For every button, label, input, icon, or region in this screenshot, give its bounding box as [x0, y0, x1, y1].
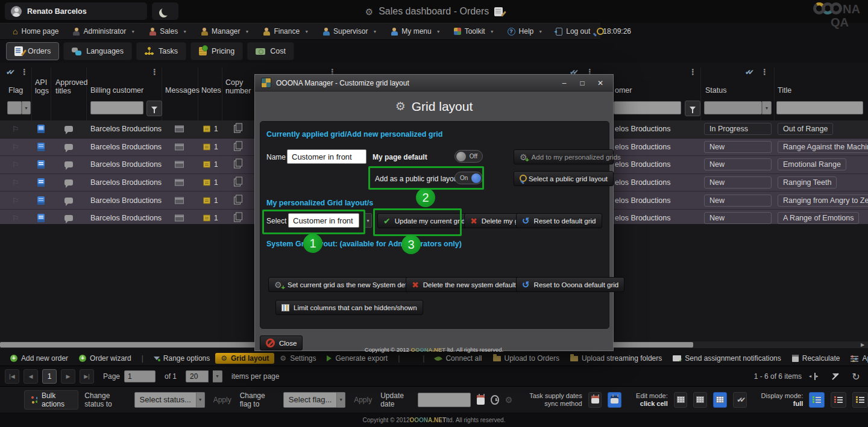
grid-detail-icon[interactable] — [175, 161, 184, 168]
message-icon[interactable] — [64, 179, 73, 185]
range-options-button[interactable]: Range options — [148, 353, 215, 364]
add-to-personalized-grids-button[interactable]: ⚙ Add to my personalized grids — [514, 149, 614, 164]
next-page-button[interactable]: ▶ — [61, 369, 75, 384]
note-icon[interactable] — [203, 197, 210, 204]
column-header-messages[interactable]: Messages — [165, 86, 200, 95]
edit-mode-confirm-button[interactable] — [733, 392, 747, 408]
display-mode-full-button[interactable] — [809, 392, 825, 408]
current-page-button[interactable]: 1 — [42, 369, 57, 384]
recalculate-button[interactable]: Recalculate — [787, 353, 846, 364]
menu-finance[interactable]: Finance▼ — [256, 23, 315, 39]
title-cell[interactable]: Out of Range — [778, 123, 833, 135]
title-cell[interactable]: Range Against the Machine — [778, 141, 868, 153]
display-mode-mixed-button[interactable] — [852, 392, 868, 408]
grid-detail-icon[interactable] — [175, 143, 184, 150]
sync-method-calendar-button[interactable] — [588, 392, 602, 408]
edit-mode-cell-button[interactable] — [713, 392, 727, 408]
note-icon[interactable] — [203, 161, 210, 168]
personalized-grid-dropdown[interactable]: ▼ — [364, 213, 372, 228]
column-header-status[interactable]: Status — [705, 86, 726, 95]
upload-streaming-folders-button[interactable]: Upload streaming folders — [565, 353, 667, 364]
upload-to-orders-button[interactable]: Upload to Orders — [488, 353, 565, 364]
flag-icon[interactable]: ⚐ — [12, 214, 19, 223]
title-filter-input[interactable] — [776, 101, 863, 114]
page-size-dropdown[interactable]: ▼ — [213, 370, 222, 382]
filter-icon-button[interactable] — [146, 101, 162, 116]
status-cell[interactable]: New — [704, 212, 772, 224]
gear-icon[interactable]: ⚙ — [365, 7, 373, 16]
column-menu-icon[interactable] — [689, 67, 697, 76]
select-all-icon[interactable] — [6, 67, 12, 76]
message-icon[interactable] — [64, 161, 73, 167]
tab-tasks[interactable]: Tasks — [136, 42, 186, 60]
grid-detail-icon[interactable] — [175, 126, 184, 132]
flag-select-dropdown[interactable]: ▼ — [337, 392, 345, 408]
title-cell[interactable]: Ranging Teeth — [778, 176, 837, 189]
generate-export-button[interactable]: Generate export — [321, 353, 393, 364]
message-icon[interactable] — [64, 144, 73, 150]
reset-to-ooona-default-button[interactable]: ↺ Reset to Ooona default grid — [516, 277, 624, 292]
clock-icon[interactable] — [491, 395, 499, 405]
flag-icon[interactable]: ⚐ — [12, 142, 19, 151]
api-log-icon[interactable] — [37, 214, 45, 222]
message-icon[interactable] — [64, 198, 73, 204]
column-header-api-logs[interactable]: API logs — [35, 78, 53, 95]
last-page-button[interactable]: ▶| — [80, 369, 94, 384]
select-public-grid-layout-button[interactable]: Select a public grid layout — [514, 171, 614, 186]
menu-help[interactable]: ?Help▼ — [501, 23, 550, 39]
copy-icon[interactable] — [234, 143, 241, 151]
note-icon[interactable] — [203, 215, 210, 222]
display-mode-compact-button[interactable] — [831, 392, 846, 408]
tab-languages[interactable]: Languages — [63, 42, 132, 60]
filter-icon-button[interactable] — [685, 101, 700, 116]
column-header-billing-customer[interactable]: Billing customer — [90, 86, 143, 95]
status-cell[interactable]: In Progress — [704, 123, 772, 135]
close-icon[interactable]: ✕ — [594, 79, 607, 87]
add-new-order-button[interactable]: +Add new order — [5, 353, 74, 364]
menu-my-menu[interactable]: My menu▼ — [383, 23, 447, 39]
menu-log-out[interactable]: Log out — [549, 23, 597, 39]
status-filter-value[interactable] — [704, 101, 762, 114]
fit-columns-button[interactable] — [808, 369, 822, 384]
grid-detail-icon[interactable] — [175, 179, 184, 186]
my-page-default-toggle[interactable]: Off — [454, 150, 483, 163]
customer-filter-input[interactable] — [614, 101, 681, 114]
menu-manager[interactable]: Manager▼ — [193, 23, 256, 39]
clear-filters-button[interactable] — [828, 369, 843, 384]
scroll-right-arrow[interactable]: ▶ — [858, 341, 867, 348]
maximize-button[interactable]: □ — [576, 79, 589, 87]
menu-home[interactable]: ⌂Home page — [6, 23, 66, 39]
tab-pricing[interactable]: Pricing — [190, 42, 243, 60]
apply-flag-button[interactable]: Apply — [354, 396, 372, 404]
grid-layout-button[interactable]: ⚙Grid layout — [215, 353, 274, 364]
note-icon[interactable] — [203, 143, 210, 150]
note-icon[interactable] — [203, 126, 210, 132]
column-header-copy-number[interactable]: Copy number — [225, 78, 257, 95]
edit-mode-grid-button[interactable] — [674, 392, 688, 408]
title-cell[interactable]: A Range of Emotions — [778, 212, 859, 224]
api-log-icon[interactable] — [37, 196, 45, 205]
settings-button[interactable]: ⚙Settings — [274, 353, 321, 364]
message-icon[interactable] — [64, 126, 73, 132]
minimize-button[interactable]: – — [558, 79, 571, 87]
status-cell[interactable]: New — [704, 176, 772, 189]
sync-method-calendar-blue-button[interactable] — [608, 392, 621, 408]
flag-icon[interactable]: ⚐ — [12, 196, 19, 205]
update-date-input[interactable] — [418, 393, 471, 407]
bulk-actions-button[interactable]: Bulk actions — [24, 390, 78, 410]
copy-icon[interactable] — [234, 179, 241, 187]
refresh-button[interactable]: ↻ — [849, 369, 863, 384]
copy-icon[interactable] — [234, 125, 241, 133]
connect-all-button[interactable]: Connect all — [429, 353, 487, 364]
title-cell[interactable]: Emotional Range — [778, 158, 846, 170]
api-log-icon[interactable] — [37, 160, 45, 169]
prev-page-button[interactable]: ◀ — [24, 369, 38, 384]
column-menu-icon[interactable] — [20, 67, 28, 76]
status-cell[interactable]: New — [704, 195, 772, 207]
status-cell[interactable]: New — [704, 158, 772, 170]
column-header-title[interactable]: Title — [778, 86, 791, 95]
tab-orders[interactable]: Orders — [6, 42, 59, 60]
copy-icon[interactable] — [234, 161, 241, 169]
column-header-flag[interactable]: Flag — [8, 86, 23, 95]
menu-administrator[interactable]: Administrator▼ — [66, 23, 142, 39]
